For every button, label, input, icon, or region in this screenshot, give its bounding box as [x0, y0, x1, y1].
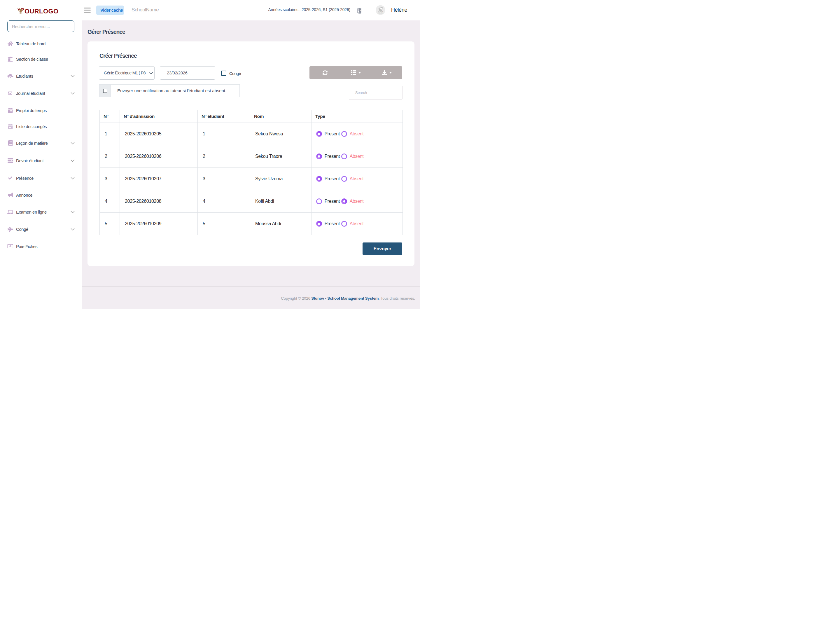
svg-text:A: A — [360, 9, 361, 12]
svg-text:え: え — [358, 9, 360, 11]
svg-text:AVAILABLE: AVAILABLE — [378, 13, 384, 14]
